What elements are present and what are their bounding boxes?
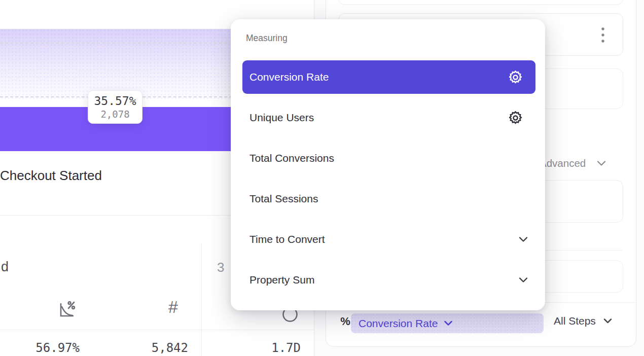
gear-icon[interactable] xyxy=(508,69,523,85)
steps-selected-value: All Steps xyxy=(554,315,596,327)
steps-selector-button[interactable]: All Steps xyxy=(554,315,613,327)
advanced-label: Advanced xyxy=(540,157,586,169)
gear-icon[interactable] xyxy=(508,110,523,126)
measuring-selector-button[interactable]: Conversion Rate xyxy=(351,313,544,333)
table-column-divider xyxy=(201,243,202,356)
table-value-count: 5,842 xyxy=(117,341,188,355)
table-next-step-number: 3 xyxy=(217,260,224,275)
percent-prefix-icon: % xyxy=(338,315,352,328)
measuring-dropdown: Measuring Conversion Rate Unique Users xyxy=(231,19,545,310)
menu-item-total-conversions[interactable]: Total Conversions xyxy=(242,141,535,175)
menu-item-label: Time to Convert xyxy=(249,233,325,245)
chevron-down-icon xyxy=(603,318,613,324)
table-value-conversion-rate: 56.97% xyxy=(9,341,80,355)
table-row-divider xyxy=(0,330,314,330)
app-window: 35.57% 2,078 Checkout Started d 3 # xyxy=(0,0,644,356)
dropdown-section-label: Measuring xyxy=(246,33,288,44)
table-value-avg-time: 1.7D xyxy=(230,341,301,355)
chevron-down-icon xyxy=(518,236,528,242)
tooltip-count: 2,078 xyxy=(88,108,142,121)
measuring-selected-value: Conversion Rate xyxy=(359,317,438,330)
table-step-header-truncated: d xyxy=(1,259,9,275)
tooltip-conversion-rate: 35.57% xyxy=(88,94,142,108)
menu-item-conversion-rate[interactable]: Conversion Rate xyxy=(242,60,535,94)
menu-item-label: Conversion Rate xyxy=(249,71,329,83)
menu-item-property-sum[interactable]: Property Sum xyxy=(242,263,535,297)
conversion-rate-chart-icon xyxy=(56,300,77,320)
menu-item-label: Property Sum xyxy=(249,274,314,286)
menu-item-time-to-convert[interactable]: Time to Convert xyxy=(242,223,535,256)
menu-item-unique-users[interactable]: Unique Users xyxy=(242,101,535,134)
kebab-menu-icon[interactable] xyxy=(599,26,607,45)
chevron-down-icon xyxy=(444,321,453,326)
menu-item-label: Total Conversions xyxy=(249,152,334,164)
funnel-step-label: Checkout Started xyxy=(0,168,102,184)
menu-item-label: Unique Users xyxy=(249,112,314,124)
advanced-toggle[interactable]: Advanced xyxy=(540,157,586,169)
funnel-tooltip: 35.57% 2,078 xyxy=(88,90,142,124)
count-icon: # xyxy=(168,297,178,317)
menu-item-label: Total Sessions xyxy=(249,193,318,205)
chevron-down-icon[interactable] xyxy=(596,160,606,166)
chevron-down-icon xyxy=(518,277,528,283)
builder-row-card[interactable] xyxy=(338,0,623,5)
menu-item-total-sessions[interactable]: Total Sessions xyxy=(242,182,535,216)
